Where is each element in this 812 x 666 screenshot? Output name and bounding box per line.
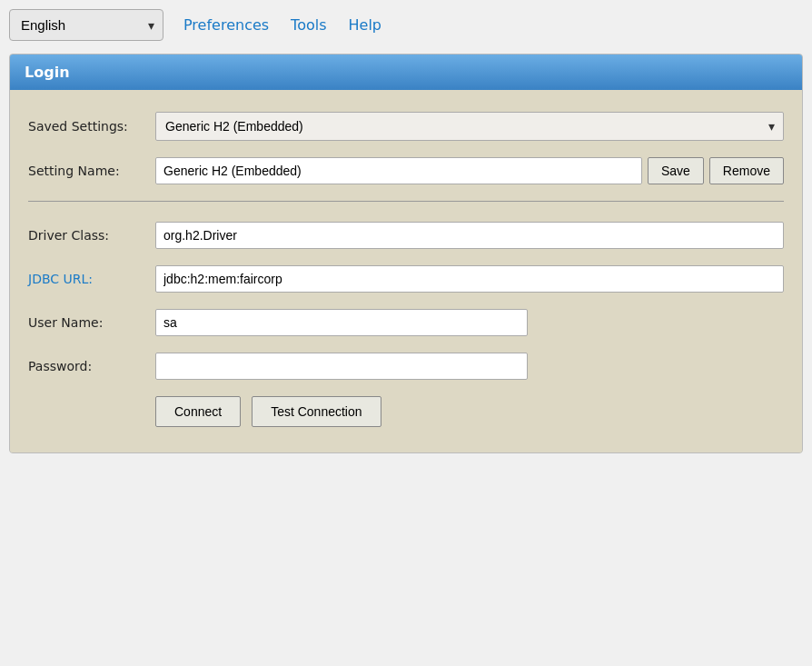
panel-header: Login xyxy=(10,55,802,90)
saved-settings-select[interactable]: Generic H2 (Embedded) xyxy=(155,112,784,141)
jdbc-url-label: JDBC URL: xyxy=(28,272,155,286)
panel-body: Saved Settings: Generic H2 (Embedded) Se… xyxy=(10,90,802,452)
jdbc-url-input[interactable] xyxy=(155,265,784,293)
setting-name-input[interactable] xyxy=(155,157,642,184)
login-panel: Login Saved Settings: Generic H2 (Embedd… xyxy=(9,54,803,453)
separator xyxy=(28,201,784,202)
user-name-input[interactable] xyxy=(155,309,528,336)
setting-name-label: Setting Name: xyxy=(28,164,155,178)
user-name-row: User Name: xyxy=(28,309,784,336)
saved-settings-label: Saved Settings: xyxy=(28,119,155,134)
saved-settings-row: Saved Settings: Generic H2 (Embedded) xyxy=(28,112,784,141)
setting-name-row: Setting Name: Save Remove xyxy=(28,157,784,184)
password-input[interactable] xyxy=(155,353,528,380)
driver-class-row: Driver Class: xyxy=(28,222,784,249)
panel-title: Login xyxy=(25,64,70,81)
user-name-label: User Name: xyxy=(28,315,155,330)
connect-button[interactable]: Connect xyxy=(155,396,241,427)
preferences-menu-link[interactable]: Preferences xyxy=(182,13,271,37)
menu-bar: English Preferences Tools Help xyxy=(0,0,812,50)
password-row: Password: xyxy=(28,353,784,380)
test-connection-button[interactable]: Test Connection xyxy=(252,396,381,427)
action-row: Connect Test Connection xyxy=(28,396,784,427)
remove-button[interactable]: Remove xyxy=(709,157,784,184)
save-button[interactable]: Save xyxy=(648,157,704,184)
setting-name-controls: Save Remove xyxy=(155,157,784,184)
driver-class-label: Driver Class: xyxy=(28,228,155,243)
jdbc-url-row: JDBC URL: xyxy=(28,265,784,293)
language-select[interactable]: English xyxy=(9,9,163,41)
saved-settings-wrapper: Generic H2 (Embedded) xyxy=(155,112,784,141)
password-label: Password: xyxy=(28,359,155,373)
driver-class-input[interactable] xyxy=(155,222,784,249)
tools-menu-link[interactable]: Tools xyxy=(289,13,328,37)
help-menu-link[interactable]: Help xyxy=(347,13,383,37)
language-wrapper: English xyxy=(9,9,163,41)
